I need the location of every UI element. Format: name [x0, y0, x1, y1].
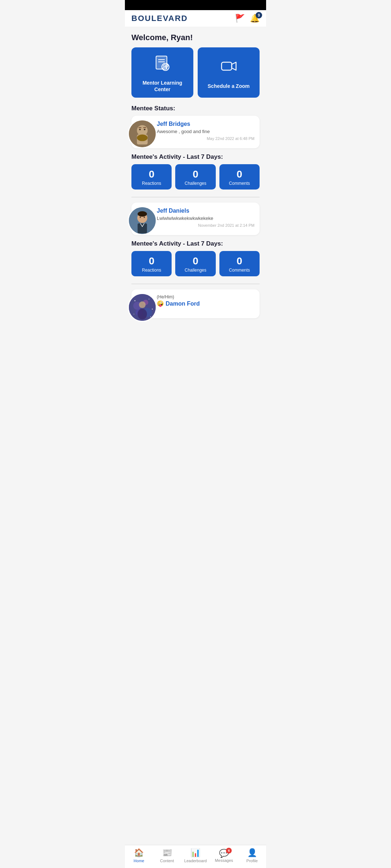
challenges-count-2: 0 [193, 256, 198, 266]
svg-rect-6 [222, 62, 232, 70]
comments-label-2: Comments [229, 268, 250, 273]
mentee-status-title: Mentee Status: [131, 105, 260, 112]
notification-bell[interactable]: 🔔 9 [250, 14, 260, 23]
flag-icon[interactable]: 🚩 [235, 14, 245, 23]
svg-point-25 [134, 300, 135, 301]
challenges-label-2: Challenges [185, 268, 206, 273]
svg-point-17 [140, 217, 141, 218]
schedule-zoom-icon [219, 57, 238, 79]
svg-rect-19 [138, 224, 147, 234]
page-body: Welcome, Ryan! Mentor Learning Center [125, 27, 266, 353]
reactions-label-1: Reactions [142, 181, 161, 186]
quick-actions: Mentor Learning Center Schedule a Zoom [131, 47, 260, 98]
main-content: Welcome, Ryan! Mentor Learning Center [125, 27, 266, 324]
logo: BOULEVARD [131, 14, 188, 23]
mentee-status-jeff-daniels: Lwlwlwlwkwkekwkwkekeke [157, 216, 255, 221]
mentee-card-jeff-daniels[interactable]: Jeff Daniels Lwlwlwlwkwkekwkwkekeke Nove… [131, 203, 260, 235]
mentee-name-damon-ford: 🤪 Damon Ford [157, 300, 255, 307]
challenges-stat-1: 0 Challenges [175, 164, 215, 190]
mentor-learning-label: Mentor Learning Center [135, 80, 190, 93]
reactions-stat-1: 0 Reactions [131, 164, 172, 190]
reactions-stat-2: 0 Reactions [131, 251, 172, 276]
reactions-count-2: 0 [149, 256, 155, 266]
challenges-count-1: 0 [193, 169, 198, 179]
header-icons: 🚩 🔔 9 [235, 14, 260, 23]
schedule-zoom-label: Schedule a Zoom [208, 83, 250, 89]
challenges-label-1: Challenges [185, 181, 206, 186]
schedule-zoom-card[interactable]: Schedule a Zoom [198, 47, 260, 98]
svg-point-16 [138, 211, 147, 217]
svg-point-29 [150, 316, 151, 317]
comments-stat-1: 0 Comments [219, 164, 260, 190]
svg-point-10 [137, 135, 148, 141]
reactions-count-1: 0 [149, 169, 155, 179]
avatar-jeff-bridges [128, 119, 157, 148]
mentee-timestamp-jeff-daniels: November 2nd 2021 at 2:14 PM [157, 223, 255, 227]
avatar-damon-ford [128, 293, 157, 322]
mentor-learning-icon [153, 54, 172, 76]
comments-count-1: 0 [237, 169, 243, 179]
notification-badge: 9 [256, 12, 262, 18]
svg-point-11 [139, 129, 141, 131]
avatar-jeff-daniels [128, 206, 157, 235]
svg-point-12 [144, 129, 146, 131]
divider-2 [131, 284, 260, 284]
svg-point-28 [134, 314, 134, 315]
divider-1 [131, 197, 260, 197]
svg-point-26 [149, 299, 150, 299]
reactions-label-2: Reactions [142, 268, 161, 273]
mentor-learning-card[interactable]: Mentor Learning Center [131, 47, 193, 98]
svg-point-18 [144, 217, 145, 218]
comments-label-1: Comments [229, 181, 250, 186]
header: BOULEVARD 🚩 🔔 9 [125, 10, 266, 27]
activity-section-jeff-bridges: Mentee's Activity - Last 7 Days: 0 React… [131, 153, 260, 190]
mentee-timestamp-jeff-bridges: May 22nd 2022 at 6:48 PM [157, 136, 255, 141]
mentee-name-jeff-daniels: Jeff Daniels [157, 208, 255, 214]
name-emoji: 🤪 [157, 301, 164, 307]
activity-stats-jeff-bridges: 0 Reactions 0 Challenges 0 Comments [131, 164, 260, 190]
mentee-status-jeff-bridges: Awesome , good and fine [157, 129, 255, 134]
welcome-title: Welcome, Ryan! [131, 33, 260, 42]
mentee-card-jeff-bridges[interactable]: Jeff Bridges Awesome , good and fine May… [131, 116, 260, 148]
activity-stats-jeff-daniels: 0 Reactions 0 Challenges 0 Comments [131, 251, 260, 276]
activity-title-jeff-bridges: Mentee's Activity - Last 7 Days: [131, 153, 260, 161]
mentee-pronoun-damon-ford: (He/Him) [157, 294, 255, 299]
mentee-name-jeff-bridges: Jeff Bridges [157, 121, 255, 127]
activity-title-jeff-daniels: Mentee's Activity - Last 7 Days: [131, 240, 260, 247]
svg-point-8 [137, 125, 148, 136]
activity-section-jeff-daniels: Mentee's Activity - Last 7 Days: 0 React… [131, 240, 260, 276]
challenges-stat-2: 0 Challenges [175, 251, 215, 276]
svg-point-30 [139, 302, 146, 309]
status-bar [125, 0, 266, 10]
svg-point-31 [138, 309, 147, 320]
damon-ford-name: Damon Ford [165, 301, 199, 307]
mentee-card-damon-ford[interactable]: (He/Him) 🤪 Damon Ford [131, 289, 260, 318]
comments-stat-2: 0 Comments [219, 251, 260, 276]
comments-count-2: 0 [237, 256, 243, 266]
svg-point-27 [152, 309, 153, 310]
